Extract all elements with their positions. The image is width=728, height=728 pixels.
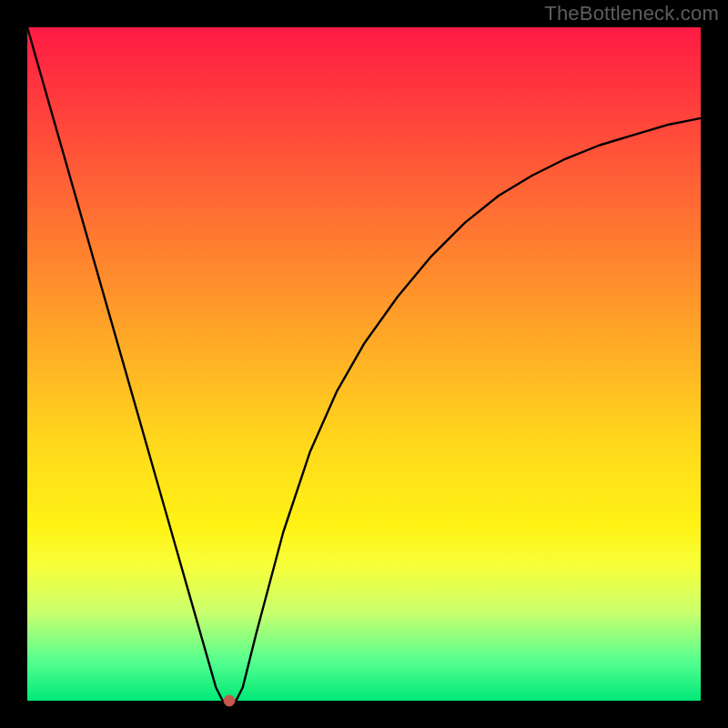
bottleneck-curve bbox=[27, 27, 701, 701]
chart-frame: TheBottleneck.com bbox=[0, 0, 728, 728]
plot-svg bbox=[27, 27, 701, 701]
optimum-marker bbox=[224, 695, 235, 706]
watermark-text: TheBottleneck.com bbox=[544, 2, 719, 25]
plot-area bbox=[27, 27, 701, 701]
